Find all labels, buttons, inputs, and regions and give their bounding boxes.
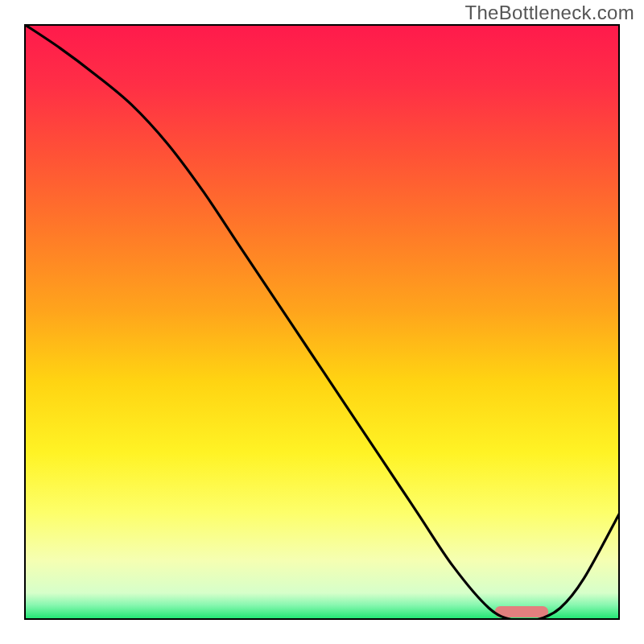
- plot-area: [24, 24, 620, 620]
- watermark-text: TheBottleneck.com: [464, 2, 634, 24]
- chart-container: TheBottleneck.com: [0, 0, 644, 644]
- chart-svg: [24, 24, 620, 620]
- gradient-background: [24, 24, 620, 620]
